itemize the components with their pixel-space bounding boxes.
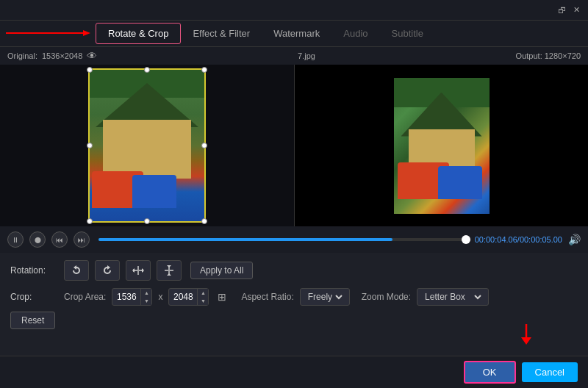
cancel-button[interactable]: Cancel [522,362,578,382]
rotation-row: Rotation: Apply to All [10,260,578,281]
width-up-button[interactable]: ▲ [141,289,151,297]
ok-button[interactable]: OK [464,361,516,384]
aspect-ratio-dropdown[interactable]: Freely 16:9 4:3 1:1 9:16 [305,291,345,303]
down-arrow-indicator [519,324,534,350]
controls-area: Rotation: Apply to All Crop: Crop Area: … [0,253,588,337]
original-label: Original: [7,51,37,60]
crop-row: Crop: Crop Area: ▲ ▼ x ▲ ▼ ⊞ Aspect Rati… [10,288,578,306]
flip-vertical-button[interactable] [157,260,182,281]
zoom-mode-label: Zoom Mode: [362,292,411,302]
preview-content [0,65,588,226]
next-frame-button[interactable]: ⏭ [74,231,90,248]
timeline-progress [98,238,392,241]
height-down-button[interactable]: ▼ [198,297,208,305]
timeline: ⏸ ⬤ ⏮ ⏭ 00:00:04.06/00:00:05.00 🔊 [0,226,588,253]
tab-bar: Rotate & Crop Effect & Filter Watermark … [0,21,588,47]
tab-audio[interactable]: Audio [331,24,379,43]
svg-marker-10 [167,265,171,267]
timeline-bar[interactable] [98,238,466,241]
preview-right [295,65,588,226]
tab-watermark[interactable]: Watermark [262,24,331,43]
scene-vehicle2 [132,175,176,208]
stop-button[interactable]: ⬤ [29,231,46,248]
reset-row: Reset [10,312,578,329]
x-separator: x [158,292,162,302]
rotate-left-button[interactable] [64,260,89,281]
crop-container[interactable] [88,68,206,223]
flip-horizontal-button[interactable] [126,260,151,281]
crop-image [88,68,206,223]
aspect-ratio-select[interactable]: Freely 16:9 4:3 1:1 9:16 [300,288,350,306]
restore-button[interactable]: 🗗 [556,4,567,16]
apply-to-all-button[interactable]: Apply to All [190,262,253,279]
eye-icon[interactable]: 👁 [87,50,97,62]
crop-height-field[interactable] [169,292,197,302]
output-label: Output: [516,51,542,60]
zoom-mode-dropdown[interactable]: Letter Box Pan & Scan Full [422,291,484,303]
current-time: 00:00:04.06/00:00:05.00 [475,235,562,244]
scene-vehicle2-r [438,166,482,199]
scene-building [103,120,191,179]
width-down-button[interactable]: ▼ [141,297,151,305]
crop-width-input[interactable]: ▲ ▼ [112,288,152,306]
rotate-right-button[interactable] [95,260,120,281]
zoom-mode-select[interactable]: Letter Box Pan & Scan Full [417,288,489,306]
crop-height-input[interactable]: ▲ ▼ [168,288,209,306]
crop-width-field[interactable] [112,292,140,302]
preview-left [0,65,294,226]
rotation-label: Rotation: [10,265,58,276]
svg-marker-13 [521,337,531,345]
timeline-thumb[interactable] [462,235,470,244]
tab-rotate-crop[interactable]: Rotate & Crop [96,23,181,44]
prev-frame-button[interactable]: ⏮ [51,231,68,248]
svg-marker-1 [83,30,90,36]
red-arrow-indicator [6,26,94,40]
aspect-ratio-label: Aspect Ratio: [241,292,293,302]
crop-area-label: Crop Area: [64,292,106,302]
volume-icon[interactable]: 🔊 [568,234,581,245]
play-pause-button[interactable]: ⏸ [7,231,24,248]
height-up-button[interactable]: ▲ [198,289,208,297]
bottom-bar: OK Cancel [0,356,588,388]
tab-subtitle[interactable]: Subtitle [380,24,435,43]
svg-marker-11 [167,273,171,276]
preview-right-image [394,78,490,214]
preview-info-bar: Original: 1536×2048 👁 7.jpg Output: 1280… [0,47,588,65]
filename: 7.jpg [298,51,315,60]
expand-icon[interactable]: ⊞ [215,290,229,304]
tab-effect-filter[interactable]: Effect & Filter [181,24,262,43]
crop-label: Crop: [10,292,58,302]
original-size: 1536×2048 [42,51,82,60]
output-size: 1280×720 [545,51,581,60]
close-button[interactable]: ✕ [570,4,582,16]
reset-button[interactable]: Reset [10,312,55,329]
title-bar: 🗗 ✕ [0,0,588,21]
